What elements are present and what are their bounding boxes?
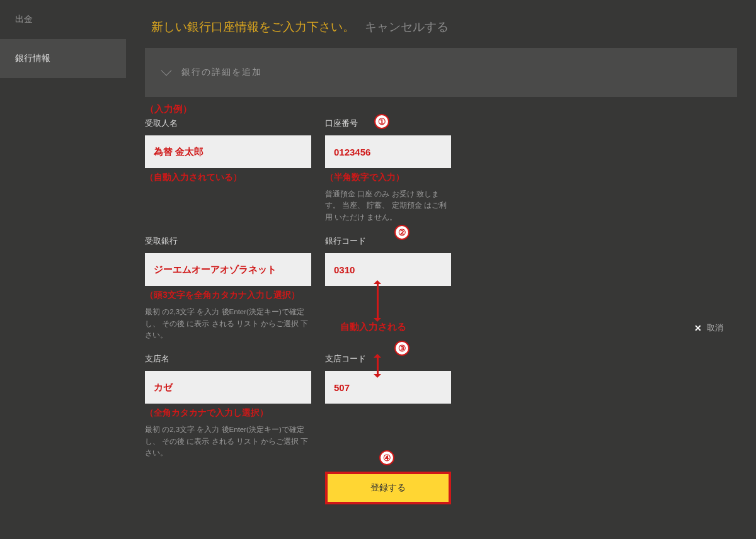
accordion-bank-details[interactable]: 銀行の詳細を追加	[145, 48, 737, 97]
chevron-down-icon	[161, 65, 172, 76]
cancel-x-button[interactable]: ✕ 取消	[694, 322, 723, 334]
annotation-auto-filled: 自動入力される	[340, 321, 406, 333]
bank-code-label: 銀行コード	[325, 235, 451, 247]
page-title: 新しい銀行口座情報をご入力下さい。	[151, 19, 355, 35]
recipient-bank-help: 最初 の2,3文字 を入力 後Enter(決定キー)で確定し、 その後 に表示 …	[145, 306, 311, 341]
step-badge-2: ②	[394, 225, 410, 240]
cancel-link[interactable]: キャンセルする	[365, 19, 449, 35]
close-icon: ✕	[694, 323, 702, 333]
right-panel: ✕ 取消	[504, 97, 737, 504]
bank-code-input[interactable]	[325, 253, 451, 286]
main-content: 新しい銀行口座情報をご入力下さい。 キャンセルする 銀行の詳細を追加 （入力例）…	[126, 0, 756, 539]
page-header: 新しい銀行口座情報をご入力下さい。 キャンセルする	[126, 0, 756, 48]
step-badge-1: ①	[374, 114, 389, 129]
arrow-icon	[377, 283, 379, 319]
sidebar-item-withdrawal[interactable]: 出金	[0, 0, 126, 39]
recipient-bank-input[interactable]	[145, 253, 311, 286]
annotation-recipient-auto: （自動入力されている）	[145, 172, 311, 183]
account-number-input[interactable]	[325, 135, 451, 168]
cancel-x-label: 取消	[707, 322, 723, 334]
account-number-label: 口座番号 ①	[325, 118, 451, 129]
accordion-label: 銀行の詳細を追加	[181, 67, 262, 78]
branch-name-input[interactable]	[145, 371, 311, 404]
bank-form: （入力例） 受取人名 （自動入力されている） 口座番号 ① （半	[145, 97, 504, 504]
account-number-help: 普通預金 口座 のみ お受け 致します。 当座、 貯蓄、 定期預金 はご利用 い…	[325, 188, 451, 223]
branch-name-label: 支店名	[145, 353, 311, 365]
branch-code-input[interactable]	[325, 371, 451, 404]
branch-code-label: 支店コード	[325, 353, 451, 365]
annotation-account-halfwidth: （半角数字で入力）	[325, 172, 451, 183]
recipient-name-input[interactable]	[145, 135, 311, 168]
recipient-bank-label: 受取銀行	[145, 235, 311, 247]
submit-button[interactable]: 登録する	[325, 472, 451, 504]
step-badge-3: ③	[394, 341, 410, 356]
arrow-icon	[377, 356, 379, 375]
branch-name-help: 最初 の2,3文字 を入力 後Enter(決定キー)で確定し、 その後 に表示 …	[145, 424, 311, 458]
annotation-bank-katakana: （頭3文字を全角カタカナ入力し選択）	[145, 290, 311, 301]
form-content: （入力例） 受取人名 （自動入力されている） 口座番号 ① （半	[145, 97, 737, 504]
annotation-example: （入力例）	[145, 103, 491, 115]
step-badge-4: ④	[379, 450, 394, 465]
annotation-branch-katakana: （全角カタカナで入力し選択）	[145, 407, 311, 419]
sidebar-item-bank-info[interactable]: 銀行情報	[0, 39, 126, 78]
recipient-name-label: 受取人名	[145, 118, 311, 129]
sidebar: 出金 銀行情報	[0, 0, 126, 539]
